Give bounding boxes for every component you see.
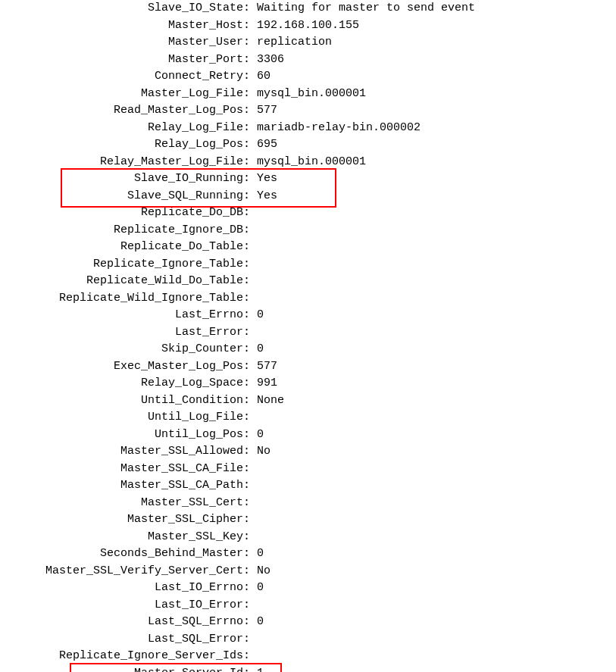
status-row: Replicate_Do_DB: (0, 205, 616, 222)
status-label: Master_Host: (0, 17, 250, 35)
status-row: Relay_Master_Log_File:mysql_bin.000001 (0, 154, 616, 171)
status-label: Master_SSL_Allowed: (0, 443, 250, 461)
status-row: Last_IO_Errno:0 (0, 580, 616, 597)
status-row: Replicate_Ignore_Server_Ids: (0, 648, 616, 665)
status-value (250, 324, 257, 342)
status-label: Exec_Master_Log_Pos: (0, 358, 250, 376)
status-label: Slave_IO_Running: (0, 170, 250, 188)
status-label: Last_IO_Error: (0, 597, 250, 614)
status-value: 991 (250, 375, 277, 392)
status-value (250, 631, 257, 649)
status-value: mysql_bin.000001 (250, 86, 366, 103)
status-label: Relay_Master_Log_File: (0, 154, 250, 171)
status-row: Replicate_Do_Table: (0, 239, 616, 256)
status-row: Until_Log_Pos:0 (0, 427, 616, 444)
status-value (250, 477, 257, 495)
status-value: Waiting for master to send event (250, 0, 475, 17)
status-value (250, 256, 257, 273)
status-value (250, 205, 257, 222)
status-value (250, 529, 257, 546)
status-label: Master_SSL_Key: (0, 529, 250, 546)
status-value (250, 597, 257, 614)
status-label: Until_Log_Pos: (0, 427, 250, 444)
status-value (250, 648, 257, 665)
status-row: Relay_Log_Pos:695 (0, 136, 616, 154)
status-value (250, 239, 257, 256)
status-row: Relay_Log_File:mariadb-relay-bin.000002 (0, 120, 616, 137)
status-label: Last_SQL_Error: (0, 631, 250, 649)
status-row: Seconds_Behind_Master:0 (0, 545, 616, 563)
replication-status-output: Slave_IO_State:Waiting for master to sen… (0, 0, 616, 672)
status-label: Until_Log_File: (0, 409, 250, 427)
status-row: Read_Master_Log_Pos:577 (0, 102, 616, 120)
status-label: Last_Errno: (0, 307, 250, 324)
status-label: Last_SQL_Errno: (0, 614, 250, 631)
status-label: Until_Condition: (0, 392, 250, 410)
status-label: Master_Port: (0, 52, 250, 69)
status-label: Skip_Counter: (0, 341, 250, 358)
status-value: Yes (250, 188, 277, 205)
status-label: Master_SSL_Verify_Server_Cert: (0, 563, 250, 580)
status-label: Master_SSL_Cert: (0, 495, 250, 512)
status-row: Master_SSL_Verify_Server_Cert:No (0, 563, 616, 580)
status-label: Replicate_Do_Table: (0, 239, 250, 256)
status-value (250, 290, 257, 308)
status-value: None (250, 392, 284, 410)
status-value (250, 222, 257, 239)
status-label: Master_SSL_Cipher: (0, 511, 250, 529)
status-label: Relay_Log_Pos: (0, 136, 250, 154)
status-label: Relay_Log_File: (0, 120, 250, 137)
status-label: Replicate_Ignore_DB: (0, 222, 250, 239)
status-label: Replicate_Ignore_Server_Ids: (0, 648, 250, 665)
status-row: Master_SSL_Key: (0, 529, 616, 546)
status-value (250, 273, 257, 290)
status-label: Connect_Retry: (0, 68, 250, 86)
status-row: Connect_Retry:60 (0, 68, 616, 86)
status-row: Slave_IO_Running:Yes (0, 170, 616, 188)
status-label: Master_Log_File: (0, 86, 250, 103)
status-label: Replicate_Ignore_Table: (0, 256, 250, 273)
status-row: Slave_IO_State:Waiting for master to sen… (0, 0, 616, 17)
status-row: Master_SSL_Cert: (0, 495, 616, 512)
status-value: 577 (250, 358, 277, 376)
status-value: Yes (250, 170, 277, 188)
status-row: Skip_Counter:0 (0, 341, 616, 358)
status-value (250, 495, 257, 512)
status-label: Master_User: (0, 34, 250, 52)
status-label: Replicate_Wild_Ignore_Table: (0, 290, 250, 308)
status-row: Replicate_Ignore_Table: (0, 256, 616, 273)
status-value: No (250, 563, 270, 580)
status-value: mysql_bin.000001 (250, 154, 366, 171)
status-row: Master_User:replication (0, 34, 616, 52)
status-row: Master_SSL_CA_File: (0, 461, 616, 478)
status-row: Last_SQL_Errno:0 (0, 614, 616, 631)
status-value: 0 (250, 307, 264, 324)
status-row: Last_Error: (0, 324, 616, 342)
status-row: Until_Condition:None (0, 392, 616, 410)
status-row: Master_Log_File:mysql_bin.000001 (0, 86, 616, 103)
status-label: Replicate_Wild_Do_Table: (0, 273, 250, 290)
status-value (250, 461, 257, 478)
status-row: Master_Port:3306 (0, 52, 616, 69)
status-value: 577 (250, 102, 277, 120)
status-label: Master_SSL_CA_Path: (0, 477, 250, 495)
status-value: 0 (250, 614, 264, 631)
status-value (250, 409, 257, 427)
status-label: Read_Master_Log_Pos: (0, 102, 250, 120)
status-label: Relay_Log_Space: (0, 375, 250, 392)
status-label: Slave_SQL_Running: (0, 188, 250, 205)
status-row: Master_SSL_Allowed:No (0, 443, 616, 461)
status-value: replication (250, 34, 332, 52)
status-value: 0 (250, 545, 264, 563)
status-value: 60 (250, 68, 270, 86)
status-row: Relay_Log_Space:991 (0, 375, 616, 392)
status-row: Replicate_Ignore_DB: (0, 222, 616, 239)
status-row: Master_Host:192.168.100.155 (0, 17, 616, 35)
status-label: Replicate_Do_DB: (0, 205, 250, 222)
status-value: 1 (250, 665, 264, 673)
status-value: 0 (250, 427, 264, 444)
status-value: 695 (250, 136, 277, 154)
status-row: Master_SSL_CA_Path: (0, 477, 616, 495)
status-value: 0 (250, 341, 264, 358)
status-row: Replicate_Wild_Do_Table: (0, 273, 616, 290)
